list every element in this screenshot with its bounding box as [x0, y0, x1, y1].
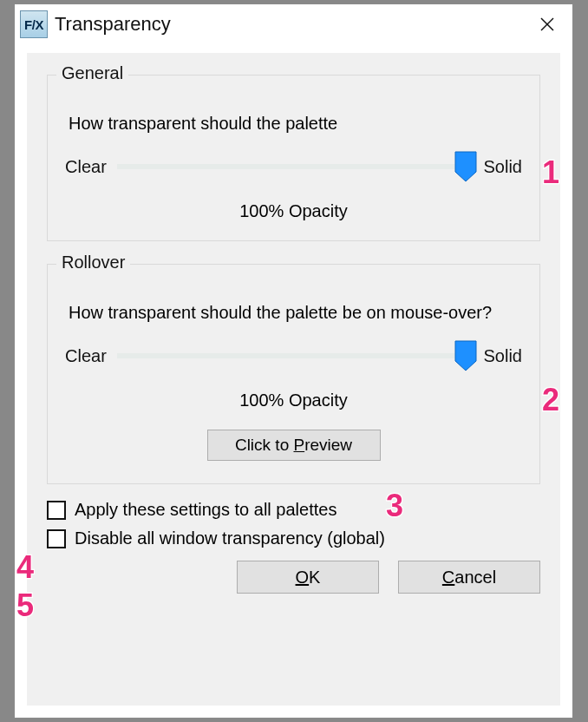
disable-global-label: Disable all window transparency (global) — [75, 528, 385, 548]
rollover-group: Rollover How transparent should the pale… — [47, 264, 540, 484]
general-slider-right-label: Solid — [484, 157, 522, 177]
general-opacity-value: 100% Opacity — [65, 201, 522, 221]
close-button[interactable] — [527, 7, 567, 42]
ok-ul: O — [296, 568, 310, 587]
window-title: Transparency — [55, 13, 527, 36]
preview-label-suffix: review — [304, 436, 352, 454]
slider-track — [117, 353, 474, 358]
ok-suffix: K — [309, 568, 320, 587]
slider-thumb[interactable] — [454, 151, 477, 182]
disable-global-checkbox-row[interactable]: Disable all window transparency (global) — [47, 528, 540, 548]
general-opacity-slider[interactable] — [117, 151, 474, 182]
preview-label-ul: P — [293, 436, 304, 454]
app-icon: F/X — [20, 10, 48, 38]
rollover-slider-row: Clear Solid — [65, 340, 522, 371]
rollover-slider-right-label: Solid — [484, 346, 522, 366]
apply-all-checkbox-row[interactable]: Apply these settings to all palettes — [47, 500, 540, 520]
cancel-suffix: ancel — [454, 568, 496, 587]
disable-global-checkbox[interactable] — [47, 529, 66, 548]
rollover-legend: Rollover — [56, 253, 130, 272]
apply-all-checkbox[interactable] — [47, 501, 66, 520]
general-slider-row: Clear Solid — [65, 151, 522, 182]
rollover-slider-left-label: Clear — [65, 346, 107, 366]
transparency-dialog: F/X Transparency General How transparent… — [14, 3, 573, 719]
rollover-question: How transparent should the palette be on… — [69, 301, 519, 325]
rollover-opacity-value: 100% Opacity — [65, 391, 522, 410]
cancel-button[interactable]: Cancel — [398, 561, 540, 594]
apply-all-label: Apply these settings to all palettes — [75, 500, 336, 520]
cancel-ul: C — [442, 568, 454, 587]
general-group: General How transparent should the palet… — [47, 75, 540, 241]
slider-track — [117, 164, 474, 169]
preview-label-prefix: Click to — [235, 436, 294, 454]
close-icon — [539, 16, 555, 32]
rollover-opacity-slider[interactable] — [117, 340, 474, 371]
dialog-body: General How transparent should the palet… — [27, 53, 560, 706]
titlebar: F/X Transparency — [15, 4, 572, 44]
preview-button[interactable]: Click to Preview — [207, 430, 381, 461]
general-slider-left-label: Clear — [65, 157, 107, 177]
general-legend: General — [56, 63, 128, 83]
ok-button[interactable]: OK — [237, 561, 379, 594]
dialog-button-row: OK Cancel — [47, 561, 540, 594]
slider-thumb[interactable] — [454, 340, 477, 371]
general-question: How transparent should the palette — [69, 112, 519, 135]
